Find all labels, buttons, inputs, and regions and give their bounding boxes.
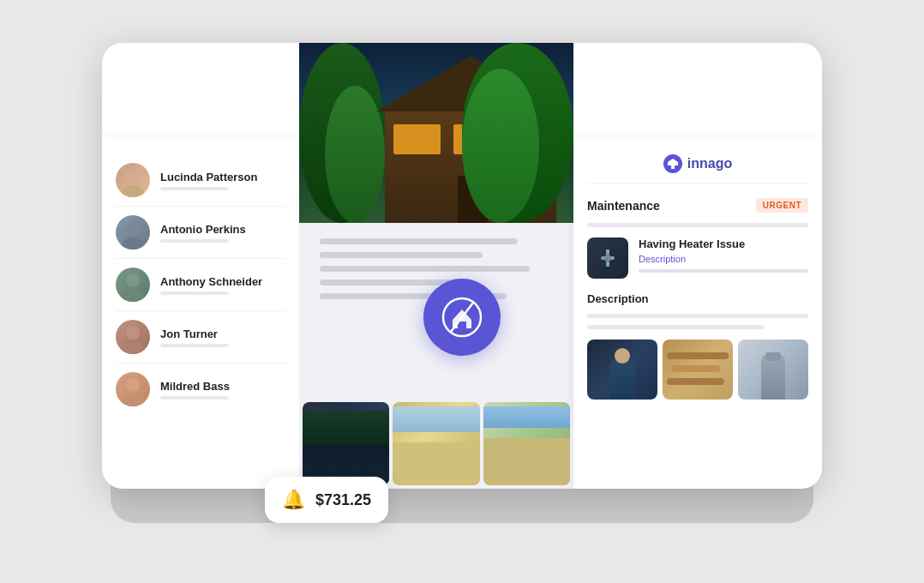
- svg-rect-12: [606, 249, 609, 255]
- maintenance-photos: [587, 340, 808, 400]
- desc-bar-2: [587, 325, 764, 329]
- contact-name-mildred: Mildred Bass: [160, 380, 285, 393]
- svg-point-11: [604, 255, 611, 261]
- description-section: Description: [587, 292, 808, 329]
- content-bar-2: [320, 252, 483, 258]
- pipe-1: [667, 352, 729, 359]
- svg-point-4: [126, 273, 140, 287]
- maintenance-bar: [587, 223, 808, 227]
- svg-point-6: [126, 326, 140, 340]
- maintenance-photo-worker[interactable]: [587, 340, 657, 400]
- contact-bar-antonio: [160, 239, 229, 243]
- tank-top: [765, 352, 781, 361]
- bell-icon: 🔔: [282, 489, 305, 511]
- contact-item-jon[interactable]: Jon Turner: [116, 311, 285, 364]
- innago-logo-icon: [663, 154, 682, 173]
- maintenance-photo-pipes[interactable]: [663, 340, 733, 400]
- content-bar-3: [320, 266, 530, 272]
- description-title: Description: [587, 292, 808, 305]
- innago-logo-text: innago: [687, 156, 732, 171]
- tank-shape: [761, 355, 785, 400]
- contact-bar-anthony: [160, 292, 229, 295]
- svg-point-1: [122, 185, 144, 197]
- contact-item-anthony[interactable]: Anthony Schneider: [116, 259, 285, 311]
- avatar-mildred: [116, 372, 150, 406]
- scene: Lucinda Patterson Antonio Perkins: [93, 43, 831, 540]
- contact-item-antonio[interactable]: Antonio Perkins: [116, 207, 285, 259]
- avatar-anthony: [116, 267, 150, 302]
- house-photo: [299, 43, 573, 223]
- svg-point-2: [126, 221, 140, 235]
- notification-amount: $731.25: [315, 491, 371, 509]
- avatar-lucinda: [116, 163, 150, 197]
- thumb2-house: [393, 442, 479, 485]
- contact-info-anthony: Anthony Schneider: [160, 275, 285, 295]
- contact-name-lucinda: Lucinda Patterson: [160, 171, 285, 183]
- pipe-2: [671, 365, 720, 372]
- heater-title: Having Heater Issue: [639, 237, 808, 250]
- thumb3-house: [483, 438, 570, 485]
- heater-issue[interactable]: Having Heater Issue Description: [587, 237, 808, 279]
- property-photo-3[interactable]: [483, 402, 570, 485]
- avatar-jon: [116, 320, 150, 354]
- contact-name-anthony: Anthony Schneider: [160, 275, 285, 288]
- logo-circle[interactable]: [423, 279, 501, 356]
- innago-logo: innago: [587, 151, 808, 184]
- desc-bar-1: [587, 314, 808, 318]
- window-1: [393, 124, 441, 154]
- svg-point-5: [122, 290, 144, 302]
- svg-point-0: [126, 169, 140, 183]
- contact-name-antonio: Antonio Perkins: [160, 223, 285, 236]
- photo-row: [299, 399, 573, 489]
- main-card: Lucinda Patterson Antonio Perkins: [102, 43, 822, 489]
- thumb3-sky: [483, 406, 570, 428]
- urgent-badge: URGENT: [756, 198, 808, 213]
- contact-item-lucinda[interactable]: Lucinda Patterson: [116, 154, 285, 207]
- house-overlay: [299, 43, 573, 223]
- maintenance-header: Maintenance URGENT: [587, 198, 808, 213]
- tree-right2-icon: [462, 69, 539, 223]
- thumb2-sky: [393, 406, 479, 432]
- pipe-3: [667, 378, 724, 385]
- heater-bar: [639, 269, 808, 273]
- notification-card[interactable]: 🔔 $731.25: [265, 477, 388, 523]
- worker-head: [615, 348, 630, 364]
- house-logo-icon: [441, 296, 483, 339]
- maintenance-panel: innago Maintenance URGENT: [573, 137, 822, 489]
- contact-item-mildred[interactable]: Mildred Bass: [116, 364, 285, 415]
- contact-info-mildred: Mildred Bass: [160, 380, 285, 400]
- content-bar-4: [320, 279, 459, 285]
- property-photo-1[interactable]: [303, 402, 389, 485]
- contact-info-jon: Jon Turner: [160, 328, 285, 347]
- contact-name-jon: Jon Turner: [160, 328, 285, 340]
- contact-bar-jon: [160, 344, 229, 347]
- svg-point-3: [122, 237, 144, 249]
- contacts-panel: Lucinda Patterson Antonio Perkins: [102, 137, 299, 489]
- svg-point-9: [122, 394, 144, 406]
- thumb1-sky: [303, 411, 389, 445]
- avatar-antonio: [116, 215, 150, 249]
- contact-info-antonio: Antonio Perkins: [160, 223, 285, 243]
- svg-point-7: [122, 342, 144, 354]
- svg-point-8: [126, 378, 140, 392]
- property-photo-2[interactable]: [393, 402, 479, 485]
- maintenance-title: Maintenance: [587, 199, 660, 213]
- contact-bar-mildred: [160, 396, 229, 400]
- svg-rect-13: [606, 261, 609, 267]
- contact-info-lucinda: Lucinda Patterson: [160, 171, 285, 190]
- maintenance-photo-tank[interactable]: [738, 340, 808, 400]
- heater-info: Having Heater Issue Description: [639, 237, 808, 273]
- heater-thumb: [587, 237, 628, 279]
- heater-desc: Description: [639, 254, 808, 264]
- contact-bar-lucinda: [160, 187, 229, 190]
- content-bar-1: [320, 238, 518, 244]
- contacts-list: Lucinda Patterson Antonio Perkins: [116, 154, 285, 415]
